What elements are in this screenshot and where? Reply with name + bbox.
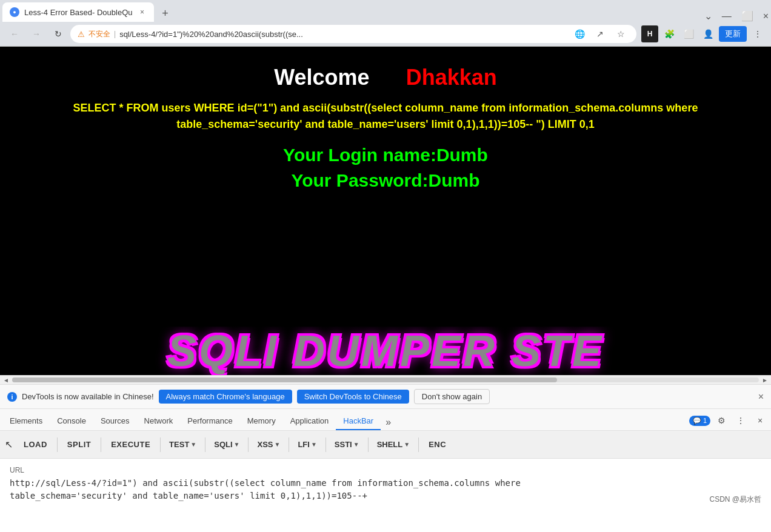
- devtools-settings-icon[interactable]: ⚙: [713, 412, 730, 429]
- hackbar-load-btn[interactable]: LOAD: [16, 436, 55, 453]
- hackbar-execute-btn[interactable]: EXECUTE: [104, 436, 158, 453]
- url-line2: table_schema='security' and table_name='…: [10, 491, 367, 500]
- console-count-icon: 💬: [693, 417, 701, 424]
- dont-show-again-button[interactable]: Don't show again: [414, 389, 490, 404]
- address-bar-icons: 🌐 ↗ ☆: [571, 25, 629, 42]
- url-label: URL: [10, 466, 761, 474]
- test-arrow-icon: ▼: [190, 441, 196, 448]
- hackbar-separator-2: [101, 437, 101, 452]
- welcome-heading: Welcome Dhakkan: [274, 65, 497, 90]
- url-value: http://sql/Less-4/?id=1") and ascii(subs…: [10, 477, 761, 502]
- sql-query-display: SELECT * FROM users WHERE id=("1") and a…: [22, 100, 749, 133]
- match-language-button[interactable]: Always match Chrome's language: [159, 390, 292, 404]
- hackbar-separator-3: [160, 437, 161, 452]
- update-button[interactable]: 更新: [719, 26, 747, 42]
- notification-info-icon: i: [7, 392, 17, 402]
- hackbar-lfi-dropdown[interactable]: LFI ▼: [292, 436, 322, 453]
- console-badge: 💬 1: [689, 416, 710, 426]
- switch-chinese-button[interactable]: Switch DevTools to Chinese: [297, 390, 409, 404]
- window-controls: ⌄ — ⬜ ×: [704, 10, 769, 22]
- shell-arrow-icon: ▼: [404, 441, 410, 448]
- tab-elements[interactable]: Elements: [2, 413, 50, 430]
- bookmark-icon[interactable]: ☆: [612, 25, 629, 42]
- hackbar-shell-dropdown[interactable]: SHELL ▼: [371, 436, 416, 453]
- hackbar-ssti-dropdown[interactable]: SSTI ▼: [329, 436, 365, 453]
- tab-title: Less-4 Error Based- DoubleQu: [24, 8, 132, 17]
- security-label: 不安全: [88, 29, 110, 39]
- close-window-btn[interactable]: ×: [763, 11, 769, 22]
- browser-menu-icon[interactable]: ⋮: [749, 25, 766, 42]
- hackbar-separator-6: [289, 437, 289, 452]
- new-tab-button[interactable]: +: [156, 5, 173, 22]
- devtools-notification-bar: i DevTools is now available in Chinese! …: [0, 385, 771, 409]
- hackbar-toolbar: ↖ LOAD SPLIT EXECUTE TEST ▼ SQLI ▼ XSS ▼…: [0, 431, 771, 459]
- tab-favicon: ●: [10, 7, 19, 17]
- tab-application[interactable]: Application: [283, 413, 336, 430]
- hackbar-test-dropdown[interactable]: TEST ▼: [163, 436, 202, 453]
- security-warning-icon: ⚠: [78, 30, 85, 39]
- tab-memory[interactable]: Memory: [240, 413, 283, 430]
- devtools-icons: 💬 1 ⚙ ⋮ ×: [689, 412, 769, 430]
- hackbar-separator-5: [248, 437, 249, 452]
- url-display: sql/Less-4/?id=1")%20%20and%20ascii(subs…: [119, 30, 567, 39]
- tab-close-btn[interactable]: ×: [137, 7, 147, 17]
- hackbar-separator-7: [325, 437, 326, 452]
- notification-text: DevTools is now available in Chinese!: [22, 392, 154, 401]
- url-separator: |: [114, 30, 116, 38]
- scroll-left-arrow[interactable]: ◄: [2, 376, 10, 384]
- address-input[interactable]: ⚠ 不安全 | sql/Less-4/?id=1")%20%20and%20as…: [70, 25, 636, 43]
- hackbar-separator-4: [205, 437, 205, 452]
- banner-text: SQLI DUMPER STE: [167, 327, 604, 375]
- sidebar-icon[interactable]: ⬜: [680, 25, 697, 42]
- devtools-more-menu-icon[interactable]: ⋮: [732, 412, 749, 429]
- address-bar: ← → ↻ ⚠ 不安全 | sql/Less-4/?id=1")%20%20an…: [0, 22, 771, 46]
- hackbar-enc-btn[interactable]: ENC: [421, 436, 453, 453]
- tab-sources[interactable]: Sources: [93, 413, 137, 430]
- translate-icon[interactable]: 🌐: [571, 25, 588, 42]
- tab-strip: ● Less-4 Error Based- DoubleQu × + ⌄ — ⬜…: [0, 0, 771, 22]
- active-tab[interactable]: ● Less-4 Error Based- DoubleQu ×: [2, 2, 154, 22]
- profile-icon[interactable]: 👤: [699, 25, 716, 42]
- scroll-right-arrow[interactable]: ►: [761, 376, 769, 384]
- hackbar-sqli-dropdown[interactable]: SQLI ▼: [208, 436, 245, 453]
- ssti-arrow-icon: ▼: [353, 441, 359, 448]
- welcome-name: Dhakkan: [406, 65, 497, 90]
- url-section: URL http://sql/Less-4/?id=1") and ascii(…: [0, 459, 771, 510]
- hackbar-separator-1: [57, 437, 58, 452]
- xss-arrow-icon: ▼: [275, 441, 281, 448]
- tab-hackbar[interactable]: HackBar: [336, 413, 381, 430]
- notification-close-btn[interactable]: ×: [758, 391, 764, 402]
- tab-performance[interactable]: Performance: [180, 413, 239, 430]
- password-display: Your Password:Dumb: [291, 170, 479, 191]
- devtools-tab-strip: Elements Console Sources Network Perform…: [0, 409, 771, 431]
- cursor-icon: ↖: [5, 439, 13, 450]
- devtools-close-icon[interactable]: ×: [752, 412, 769, 429]
- back-button[interactable]: ←: [5, 24, 24, 44]
- share-icon[interactable]: ↗: [592, 25, 609, 42]
- horizontal-scrollbar[interactable]: ◄ ►: [0, 375, 771, 385]
- refresh-button[interactable]: ↻: [48, 24, 68, 44]
- hackbar-split-btn[interactable]: SPLIT: [60, 436, 98, 453]
- attribution-text: CSDN @易水哲: [709, 494, 761, 505]
- forward-button[interactable]: →: [27, 24, 46, 44]
- minimize-btn[interactable]: —: [722, 11, 732, 22]
- login-name-display: Your Login name:Dumb: [283, 145, 488, 165]
- tab-console[interactable]: Console: [50, 413, 93, 430]
- hackbar-extension-icon[interactable]: H: [641, 25, 658, 42]
- scroll-thumb: [12, 377, 557, 382]
- toolbar-right: H 🧩 ⬜ 👤 更新 ⋮: [641, 25, 766, 42]
- hackbar-separator-9: [418, 437, 419, 452]
- extensions-icon[interactable]: 🧩: [661, 25, 678, 42]
- more-tabs-btn[interactable]: ⌄: [704, 10, 712, 22]
- tab-network[interactable]: Network: [137, 413, 181, 430]
- page-content: Welcome Dhakkan SELECT * FROM users WHER…: [0, 47, 771, 327]
- hackbar-xss-dropdown[interactable]: XSS ▼: [251, 436, 286, 453]
- sqli-banner: SQLI DUMPER STE: [0, 327, 771, 375]
- maximize-btn[interactable]: ⬜: [741, 10, 753, 22]
- scroll-track[interactable]: [12, 377, 759, 382]
- browser-chrome: ● Less-4 Error Based- DoubleQu × + ⌄ — ⬜…: [0, 0, 771, 47]
- more-tabs-icon[interactable]: »: [381, 414, 396, 430]
- url-line1: http://sql/Less-4/?id=1") and ascii(subs…: [10, 478, 521, 488]
- welcome-text: Welcome: [274, 65, 369, 90]
- lfi-arrow-icon: ▼: [311, 441, 317, 448]
